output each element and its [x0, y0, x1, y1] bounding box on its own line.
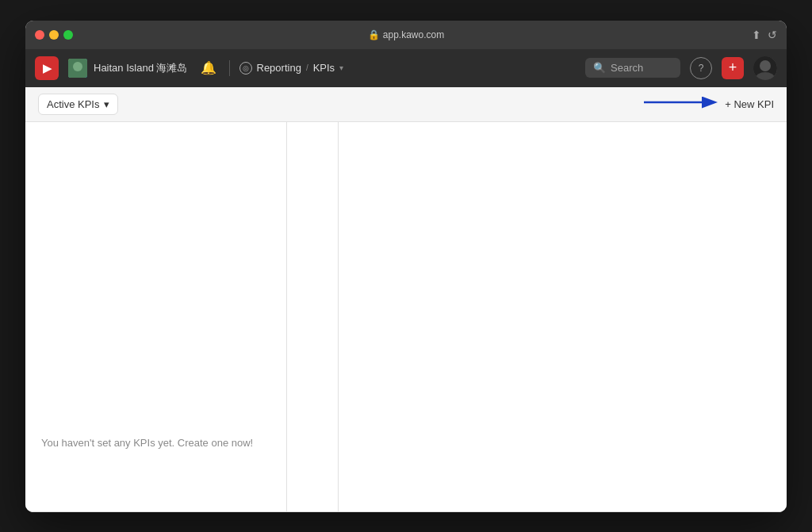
chevron-down-icon: ▾ — [104, 98, 109, 110]
lock-icon: 🔒 — [368, 29, 380, 40]
refresh-icon[interactable]: ↺ — [768, 29, 777, 41]
kpi-detail-panel — [339, 122, 787, 512]
filter-label: Active KPIs — [47, 98, 99, 110]
chevron-down-icon: ▾ — [339, 63, 343, 72]
notifications-bell[interactable]: 🔔 — [197, 57, 220, 78]
title-bar-icons: ⬆ ↺ — [752, 29, 777, 41]
empty-state-message: You haven't set any KPIs yet. Create one… — [41, 437, 253, 449]
user-avatar[interactable] — [753, 56, 777, 80]
nav-divider — [229, 60, 230, 76]
app-window: 🔒 app.kawo.com ⬆ ↺ ▶ Haitan Island 海滩岛 🔔… — [25, 21, 787, 512]
search-label: Search — [611, 62, 643, 74]
url-display: 🔒 app.kawo.com — [368, 29, 444, 40]
title-bar: 🔒 app.kawo.com ⬆ ↺ — [25, 21, 787, 49]
new-kpi-button[interactable]: + New KPI — [725, 98, 774, 110]
minimize-button[interactable] — [49, 30, 59, 40]
share-icon[interactable]: ⬆ — [752, 29, 761, 41]
traffic-lights — [35, 30, 73, 40]
breadcrumb: ◎ Reporting / KPIs ▾ — [239, 62, 344, 75]
breadcrumb-section: Reporting — [257, 62, 301, 74]
kpi-middle-panel — [287, 122, 339, 512]
add-button[interactable]: + — [722, 57, 744, 79]
breadcrumb-separator: / — [306, 63, 308, 72]
search-icon: 🔍 — [593, 62, 606, 74]
search-bar[interactable]: 🔍 Search — [585, 58, 680, 78]
arrow-annotation — [644, 91, 723, 117]
close-button[interactable] — [35, 30, 44, 40]
breadcrumb-section-icon: ◎ — [239, 62, 252, 75]
filter-button[interactable]: Active KPIs ▾ — [38, 94, 118, 115]
app-logo[interactable]: ▶ — [35, 56, 59, 80]
maximize-button[interactable] — [63, 30, 73, 40]
bottom-divider — [25, 511, 787, 512]
new-kpi-label: + New KPI — [725, 98, 774, 110]
workspace-name: Haitan Island 海滩岛 — [94, 61, 188, 75]
help-button[interactable]: ? — [690, 57, 712, 79]
main-content: You haven't set any KPIs yet. Create one… — [25, 122, 787, 512]
nav-bar: ▶ Haitan Island 海滩岛 🔔 ◎ Reporting / KPIs… — [25, 49, 787, 87]
workspace-selector[interactable]: Haitan Island 海滩岛 — [68, 59, 188, 78]
logo-icon: ▶ — [43, 62, 52, 75]
workspace-avatar — [68, 59, 87, 78]
kpi-list-panel: You haven't set any KPIs yet. Create one… — [25, 122, 287, 512]
toolbar: Active KPIs ▾ + New KPI — [25, 87, 787, 122]
breadcrumb-subsection: KPIs — [313, 62, 335, 74]
